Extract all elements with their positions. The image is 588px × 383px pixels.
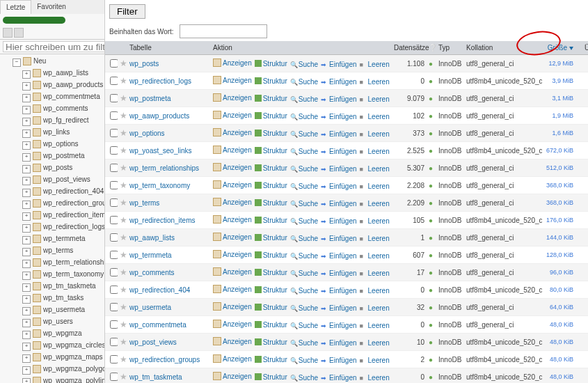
action-structure[interactable]: Struktur [255,182,287,189]
link-icon[interactable] [14,28,24,38]
favorite-star-icon[interactable]: ★ [118,55,127,72]
favorite-star-icon[interactable]: ★ [118,334,127,351]
row-checkbox[interactable] [110,338,118,346]
expand-icon[interactable]: + [22,248,31,256]
action-empty[interactable]: Leeren [360,357,390,364]
row-checkbox[interactable] [110,373,118,381]
tree-item[interactable]: +wp_wpgmza_maps [3,352,104,364]
favorite-star-icon[interactable]: ★ [118,229,127,247]
table-name-link[interactable]: wp_postmeta [127,90,211,107]
action-empty[interactable]: Leeren [360,252,390,260]
action-view[interactable]: Anzeigen [213,146,252,154]
action-search[interactable]: Suche [290,339,318,347]
row-checkbox[interactable] [110,355,118,364]
expand-icon[interactable]: + [22,272,31,280]
action-search[interactable]: Suche [290,357,318,364]
row-checkbox[interactable] [110,286,118,294]
action-search[interactable]: Suche [290,374,318,382]
table-name-link[interactable]: wp_yoast_seo_links [127,142,211,159]
expand-icon[interactable]: + [22,295,31,304]
favorite-star-icon[interactable]: ★ [118,90,127,107]
action-view[interactable]: Anzeigen [213,337,252,345]
action-empty[interactable]: Leeren [360,374,390,382]
action-insert[interactable]: Einfügen [321,165,356,173]
row-checkbox[interactable] [110,251,118,259]
action-insert[interactable]: Einfügen [321,287,356,295]
favorite-star-icon[interactable]: ★ [118,281,127,299]
table-name-link[interactable]: wp_post_views [127,334,211,351]
action-empty[interactable]: Leeren [360,130,390,138]
col-collation[interactable]: Kollation [464,41,542,55]
action-insert[interactable]: Einfügen [321,61,356,68]
tree-item[interactable]: +wp_fg_redirect [3,115,104,127]
action-empty[interactable]: Leeren [360,304,390,312]
expand-icon[interactable]: + [22,153,31,162]
filter-button[interactable]: Filter [109,4,145,19]
row-checkbox[interactable] [110,216,118,224]
table-name-link[interactable]: wp_terms [127,194,211,212]
action-structure[interactable]: Struktur [255,321,287,329]
action-search[interactable]: Suche [290,148,318,155]
action-empty[interactable]: Leeren [360,182,390,190]
tree-item[interactable]: +wp_postmeta [3,150,104,162]
action-search[interactable]: Suche [290,165,318,173]
expand-icon[interactable]: + [22,354,31,363]
tree-item[interactable]: +wp_usermeta [3,304,104,316]
action-structure[interactable]: Struktur [255,269,287,276]
tree-item[interactable]: +wp_redirection_groups [3,198,104,210]
action-structure[interactable]: Struktur [255,164,287,172]
row-checkbox[interactable] [110,94,118,102]
tree-item[interactable]: +wp_post_views [3,174,104,186]
expand-icon[interactable]: + [22,118,31,126]
favorite-star-icon[interactable]: ★ [118,316,127,334]
expand-icon[interactable]: + [22,366,31,375]
tab-favorites[interactable]: Favoriten [31,0,72,14]
row-checkbox[interactable] [110,303,118,311]
action-view[interactable]: Anzeigen [213,233,252,241]
expand-icon[interactable]: + [22,224,31,233]
action-search[interactable]: Suche [290,322,318,329]
tree-item[interactable]: +wp_tm_taskmeta [3,281,104,292]
action-view[interactable]: Anzeigen [213,163,252,171]
containing-word-input[interactable] [180,24,267,38]
action-view[interactable]: Anzeigen [213,354,252,363]
action-search[interactable]: Suche [290,61,318,68]
action-empty[interactable]: Leeren [360,287,390,295]
row-checkbox[interactable] [110,268,118,276]
action-insert[interactable]: Einfügen [321,252,356,260]
expand-icon[interactable]: + [22,260,31,268]
table-name-link[interactable]: wp_comments [127,264,211,281]
action-view[interactable]: Anzeigen [213,58,252,67]
tree-item[interactable]: +wp_options [3,139,104,150]
tree-item[interactable]: +wp_redirection_items [3,210,104,221]
action-view[interactable]: Anzeigen [213,180,252,189]
tree-item[interactable]: +wp_users [3,316,104,328]
expand-icon[interactable]: + [22,106,31,114]
action-insert[interactable]: Einfügen [321,374,356,382]
nav-filter-input[interactable] [3,41,105,52]
action-view[interactable]: Anzeigen [213,215,252,224]
action-view[interactable]: Anzeigen [213,93,252,102]
expand-icon[interactable]: + [22,331,31,339]
tree-item[interactable]: +wp_aawp_lists [3,68,104,79]
col-rows[interactable]: Datensätze [392,41,427,55]
favorite-star-icon[interactable]: ★ [118,299,127,316]
tree-item[interactable]: +wp_comments [3,103,104,115]
expand-icon[interactable]: + [22,283,31,292]
action-insert[interactable]: Einfügen [321,339,356,347]
action-search[interactable]: Suche [290,217,318,225]
col-size[interactable]: Größe [542,41,575,55]
tree-item[interactable]: +wp_terms [3,245,104,257]
action-insert[interactable]: Einfügen [321,200,356,208]
favorite-star-icon[interactable]: ★ [118,368,127,384]
action-structure[interactable]: Struktur [255,130,287,137]
action-empty[interactable]: Leeren [360,165,390,173]
tab-recent[interactable]: Letzte [0,0,31,14]
action-insert[interactable]: Einfügen [321,357,356,364]
expand-icon[interactable]: + [22,212,31,221]
expand-icon[interactable]: + [22,319,31,327]
expand-icon[interactable]: + [22,165,31,173]
action-search[interactable]: Suche [290,78,318,86]
tree-item[interactable]: +wp_term_relationships [3,257,104,269]
expand-icon[interactable]: + [22,201,31,209]
